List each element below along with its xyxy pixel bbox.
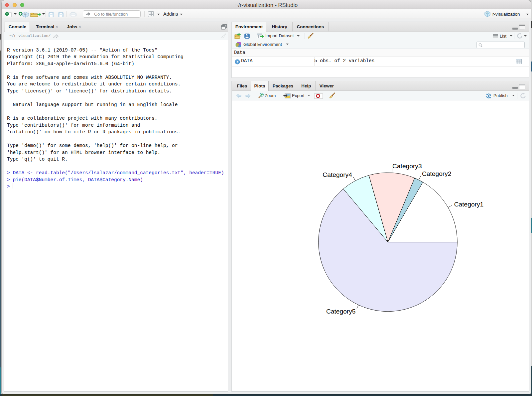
svg-text:Category4: Category4	[323, 171, 352, 178]
svg-text:Category2: Category2	[422, 170, 452, 177]
svg-text:Category3: Category3	[392, 163, 422, 170]
svg-text:Category1: Category1	[454, 201, 484, 208]
svg-text:R: R	[486, 11, 488, 14]
svg-text:R: R	[24, 12, 26, 16]
svg-text:Category5: Category5	[326, 308, 356, 315]
